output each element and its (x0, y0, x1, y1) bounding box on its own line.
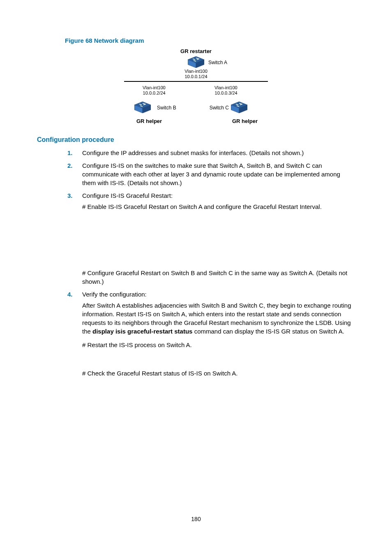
vlan-c-label: Vlan-int10010.0.0.3/24 (214, 85, 238, 96)
step-1: Configure the IP addresses and subnet ma… (82, 148, 355, 157)
step-4-paragraph: After Switch A establishes adjacencies w… (82, 301, 355, 336)
vlan-a-label: Vlan-int10010.0.0.1/24 (184, 69, 208, 79)
step-3-sub1: # Enable IS-IS Graceful Restart on Switc… (82, 202, 355, 211)
gr-helper-b-label: GR helper (136, 118, 162, 124)
switch-b-icon (134, 102, 151, 113)
vlan-b-label: Vlan-int10010.0.0.2/24 (143, 85, 166, 96)
steps-list: Configure the IP addresses and subnet ma… (37, 148, 355, 378)
figure-title: Figure 68 Network diagram (65, 37, 355, 44)
page-number: 180 (191, 516, 201, 522)
step-4: Verify the configuration: After Switch A… (82, 290, 355, 378)
step-4-sub2: # Restart the IS-IS process on Switch A. (82, 341, 355, 349)
switch-a-label: Switch A (208, 60, 227, 65)
step-3-sub2: # Configure Graceful Restart on Switch B… (82, 269, 355, 286)
gr-helper-c-label: GR helper (232, 118, 258, 124)
command-display-isis: display isis graceful-restart status (92, 328, 192, 335)
switch-a-icon (188, 56, 204, 68)
network-line (124, 81, 268, 82)
network-diagram: GR restarter Switch A Vlan-int10010.0.0.… (130, 48, 262, 126)
switch-b-label: Switch B (157, 105, 176, 111)
section-heading: Configuration procedure (37, 136, 355, 144)
step-4-sub3: # Check the Graceful Restart status of I… (82, 369, 355, 378)
switch-c-label: Switch C (210, 105, 229, 111)
switch-c-icon (231, 102, 247, 113)
step-3: Configure IS-IS Graceful Restart: # Enab… (82, 191, 355, 286)
step-2: Configure IS-IS on the switches to make … (82, 161, 355, 187)
gr-restarter-label: GR restarter (180, 48, 212, 54)
